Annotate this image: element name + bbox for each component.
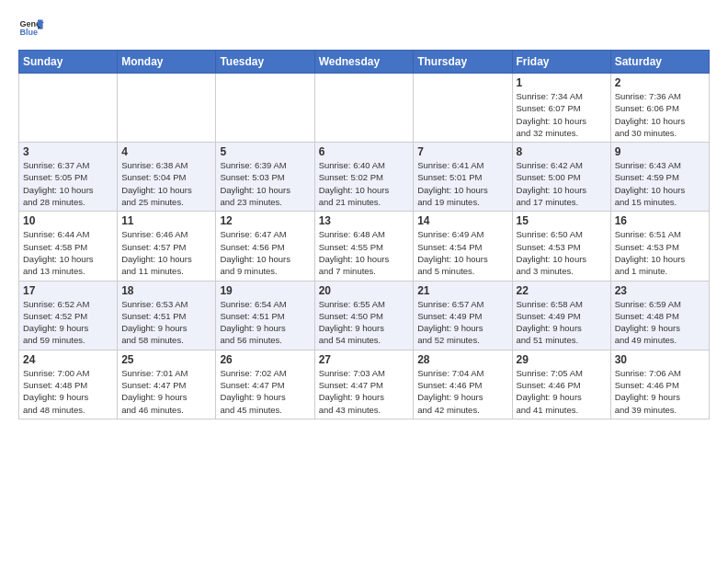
calendar-table: SundayMondayTuesdayWednesdayThursdayFrid… [18, 50, 710, 419]
day-number: 26 [220, 353, 310, 366]
day-number: 1 [517, 76, 607, 89]
day-info: Sunrise: 6:46 AM Sunset: 4:57 PM Dayligh… [121, 228, 211, 277]
day-info: Sunrise: 6:39 AM Sunset: 5:03 PM Dayligh… [220, 159, 310, 208]
day-info: Sunrise: 6:44 AM Sunset: 4:58 PM Dayligh… [23, 228, 113, 277]
day-number: 29 [517, 353, 607, 366]
day-number: 6 [319, 145, 410, 158]
calendar-week-row: 10Sunrise: 6:44 AM Sunset: 4:58 PM Dayli… [19, 212, 710, 281]
day-info: Sunrise: 7:02 AM Sunset: 4:47 PM Dayligh… [220, 367, 310, 416]
calendar-cell: 29Sunrise: 7:05 AM Sunset: 4:46 PM Dayli… [512, 350, 610, 419]
day-info: Sunrise: 6:40 AM Sunset: 5:02 PM Dayligh… [319, 159, 410, 208]
day-number: 20 [319, 284, 410, 297]
calendar-week-row: 17Sunrise: 6:52 AM Sunset: 4:52 PM Dayli… [19, 281, 710, 350]
day-info: Sunrise: 7:01 AM Sunset: 4:47 PM Dayligh… [121, 367, 211, 416]
calendar-cell [19, 74, 118, 143]
day-info: Sunrise: 7:04 AM Sunset: 4:46 PM Dayligh… [417, 367, 507, 416]
day-info: Sunrise: 6:54 AM Sunset: 4:51 PM Dayligh… [220, 298, 310, 347]
calendar-cell: 19Sunrise: 6:54 AM Sunset: 4:51 PM Dayli… [216, 281, 314, 350]
calendar-cell [314, 74, 414, 143]
day-info: Sunrise: 6:58 AM Sunset: 4:49 PM Dayligh… [517, 298, 607, 347]
calendar-week-row: 3Sunrise: 6:37 AM Sunset: 5:05 PM Daylig… [19, 143, 710, 212]
header: General Blue [18, 15, 710, 40]
day-number: 18 [121, 284, 211, 297]
calendar-cell: 6Sunrise: 6:40 AM Sunset: 5:02 PM Daylig… [314, 143, 414, 212]
day-of-week-header: Wednesday [314, 51, 414, 74]
day-number: 11 [121, 214, 211, 227]
calendar-cell [118, 74, 216, 143]
day-number: 10 [23, 214, 113, 227]
day-info: Sunrise: 6:48 AM Sunset: 4:55 PM Dayligh… [319, 228, 410, 277]
day-number: 23 [615, 284, 705, 297]
calendar-cell: 15Sunrise: 6:50 AM Sunset: 4:53 PM Dayli… [512, 212, 610, 281]
calendar-cell: 1Sunrise: 7:34 AM Sunset: 6:07 PM Daylig… [512, 74, 610, 143]
day-number: 17 [23, 284, 113, 297]
day-info: Sunrise: 7:00 AM Sunset: 4:48 PM Dayligh… [23, 367, 113, 416]
day-number: 14 [417, 214, 507, 227]
day-of-week-header: Thursday [414, 51, 512, 74]
day-number: 13 [319, 214, 410, 227]
calendar-week-row: 24Sunrise: 7:00 AM Sunset: 4:48 PM Dayli… [19, 350, 710, 419]
day-info: Sunrise: 6:37 AM Sunset: 5:05 PM Dayligh… [23, 159, 113, 208]
calendar-cell: 24Sunrise: 7:00 AM Sunset: 4:48 PM Dayli… [19, 350, 118, 419]
day-number: 24 [23, 353, 113, 366]
day-of-week-header: Monday [118, 51, 216, 74]
day-info: Sunrise: 6:38 AM Sunset: 5:04 PM Dayligh… [121, 159, 211, 208]
calendar-cell: 25Sunrise: 7:01 AM Sunset: 4:47 PM Dayli… [118, 350, 216, 419]
calendar-cell: 26Sunrise: 7:02 AM Sunset: 4:47 PM Dayli… [216, 350, 314, 419]
day-number: 3 [23, 145, 113, 158]
day-number: 21 [417, 284, 507, 297]
logo-icon: General Blue [18, 15, 44, 40]
calendar-cell: 9Sunrise: 6:43 AM Sunset: 4:59 PM Daylig… [610, 143, 709, 212]
calendar-cell: 10Sunrise: 6:44 AM Sunset: 4:58 PM Dayli… [19, 212, 118, 281]
calendar-cell: 17Sunrise: 6:52 AM Sunset: 4:52 PM Dayli… [19, 281, 118, 350]
calendar-cell: 7Sunrise: 6:41 AM Sunset: 5:01 PM Daylig… [414, 143, 512, 212]
calendar-cell: 4Sunrise: 6:38 AM Sunset: 5:04 PM Daylig… [118, 143, 216, 212]
day-number: 28 [417, 353, 507, 366]
calendar-cell: 28Sunrise: 7:04 AM Sunset: 4:46 PM Dayli… [414, 350, 512, 419]
calendar-cell: 23Sunrise: 6:59 AM Sunset: 4:48 PM Dayli… [610, 281, 709, 350]
calendar-cell: 14Sunrise: 6:49 AM Sunset: 4:54 PM Dayli… [414, 212, 512, 281]
day-number: 12 [220, 214, 310, 227]
day-number: 30 [615, 353, 705, 366]
calendar-cell: 21Sunrise: 6:57 AM Sunset: 4:49 PM Dayli… [414, 281, 512, 350]
day-info: Sunrise: 6:55 AM Sunset: 4:50 PM Dayligh… [319, 298, 410, 347]
calendar-cell [216, 74, 314, 143]
day-number: 9 [615, 145, 705, 158]
day-number: 22 [517, 284, 607, 297]
day-info: Sunrise: 6:57 AM Sunset: 4:49 PM Dayligh… [417, 298, 507, 347]
day-info: Sunrise: 6:51 AM Sunset: 4:53 PM Dayligh… [615, 228, 705, 277]
day-info: Sunrise: 7:06 AM Sunset: 4:46 PM Dayligh… [615, 367, 705, 416]
calendar-cell: 12Sunrise: 6:47 AM Sunset: 4:56 PM Dayli… [216, 212, 314, 281]
day-number: 4 [121, 145, 211, 158]
calendar-cell: 8Sunrise: 6:42 AM Sunset: 5:00 PM Daylig… [512, 143, 610, 212]
day-info: Sunrise: 6:53 AM Sunset: 4:51 PM Dayligh… [121, 298, 211, 347]
calendar-cell [414, 74, 512, 143]
day-number: 27 [319, 353, 410, 366]
day-number: 19 [220, 284, 310, 297]
day-info: Sunrise: 7:34 AM Sunset: 6:07 PM Dayligh… [517, 90, 607, 139]
calendar-cell: 16Sunrise: 6:51 AM Sunset: 4:53 PM Dayli… [610, 212, 709, 281]
calendar-cell: 18Sunrise: 6:53 AM Sunset: 4:51 PM Dayli… [118, 281, 216, 350]
day-number: 2 [615, 76, 705, 89]
svg-text:Blue: Blue [19, 28, 38, 37]
calendar-cell: 5Sunrise: 6:39 AM Sunset: 5:03 PM Daylig… [216, 143, 314, 212]
day-info: Sunrise: 6:59 AM Sunset: 4:48 PM Dayligh… [615, 298, 705, 347]
day-number: 16 [615, 214, 705, 227]
calendar-cell: 22Sunrise: 6:58 AM Sunset: 4:49 PM Dayli… [512, 281, 610, 350]
calendar-week-row: 1Sunrise: 7:34 AM Sunset: 6:07 PM Daylig… [19, 74, 710, 143]
day-info: Sunrise: 6:42 AM Sunset: 5:00 PM Dayligh… [517, 159, 607, 208]
calendar-cell: 2Sunrise: 7:36 AM Sunset: 6:06 PM Daylig… [610, 74, 709, 143]
day-info: Sunrise: 6:50 AM Sunset: 4:53 PM Dayligh… [517, 228, 607, 277]
calendar-cell: 3Sunrise: 6:37 AM Sunset: 5:05 PM Daylig… [19, 143, 118, 212]
day-number: 25 [121, 353, 211, 366]
day-of-week-header: Sunday [19, 51, 118, 74]
day-of-week-header: Friday [512, 51, 610, 74]
day-info: Sunrise: 6:47 AM Sunset: 4:56 PM Dayligh… [220, 228, 310, 277]
day-number: 7 [417, 145, 507, 158]
calendar-cell: 27Sunrise: 7:03 AM Sunset: 4:47 PM Dayli… [314, 350, 414, 419]
day-info: Sunrise: 6:49 AM Sunset: 4:54 PM Dayligh… [417, 228, 507, 277]
calendar-cell: 13Sunrise: 6:48 AM Sunset: 4:55 PM Dayli… [314, 212, 414, 281]
day-number: 5 [220, 145, 310, 158]
day-info: Sunrise: 6:43 AM Sunset: 4:59 PM Dayligh… [615, 159, 705, 208]
day-info: Sunrise: 7:05 AM Sunset: 4:46 PM Dayligh… [517, 367, 607, 416]
